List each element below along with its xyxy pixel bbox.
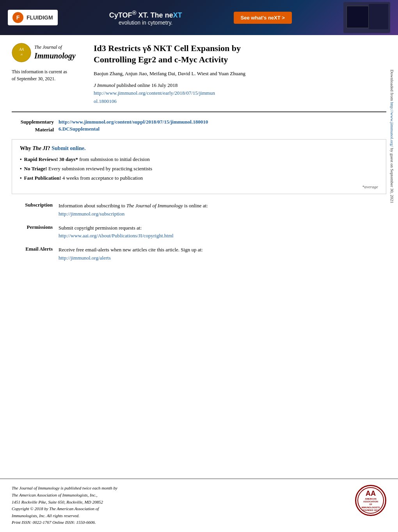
email-alerts-content: Receive free email-alerts when new artic… — [59, 246, 386, 262]
bullet-1: • — [20, 156, 22, 163]
see-next-button[interactable]: See what's neXT > — [234, 12, 292, 24]
journal-name-text: The Journal of Immunology — [34, 44, 76, 61]
cytof-title: CyTOF® XT. The neXT — [109, 9, 182, 19]
date-line1: This information is current as — [12, 69, 67, 74]
info-item-1-text: Rapid Reviews! 30 days* from submission … — [24, 156, 150, 163]
submit-online-link[interactable]: Submit online. — [52, 145, 85, 151]
info-item-2-text: No Triage! Every submission reviewed by … — [24, 166, 152, 172]
ad-device-image — [343, 2, 390, 33]
footer-line6: Print ISSN: 0022-1767 Online ISSN: 1550-… — [12, 520, 96, 525]
the-journal-label: The Journal of — [34, 44, 76, 51]
supplementary-label: Supplementary Material — [12, 118, 59, 133]
footer-line5: Immunologists, Inc. All rights reserved. — [12, 513, 80, 518]
supplementary-link[interactable]: http://www.jimmunol.org/content/suppl/20… — [59, 119, 208, 132]
permissions-content: Submit copyright permission requests at:… — [59, 224, 386, 240]
immunology-label: Immunology — [34, 51, 76, 61]
footer-line2: The American Association of Immunologist… — [12, 493, 98, 497]
sidebar-downloaded: Downloaded from http://www.jimmunol.org/… — [386, 78, 398, 195]
svg-text:AA: AA — [19, 47, 24, 51]
journal-reference: J Immunol published online 16 July 2018 … — [94, 81, 386, 106]
article-info: Id3 Restricts γδ NKT Cell Expansion by C… — [90, 43, 386, 106]
fluidigm-logo: F FLUIDIGM — [8, 10, 58, 25]
subscription-link[interactable]: http://jimmunol.org/subscription — [59, 210, 386, 218]
seal-inner: AA AMERICAN ASSOCIATIONOF IMMUNOLOGISTSF… — [357, 487, 384, 514]
ad-banner: F FLUIDIGM CyTOF® XT. The neXT evolution… — [0, 0, 398, 35]
page-footer: The Journal of Immunology is published t… — [0, 479, 398, 532]
why-label: Why — [20, 145, 32, 151]
permissions-label: Permissions — [12, 224, 59, 230]
svg-point-0 — [12, 43, 31, 62]
permissions-row: Permissions Submit copyright permission … — [12, 224, 386, 240]
footer-line3: 1451 Rockville Pike, Suite 650, Rockvill… — [12, 500, 103, 504]
rotated-text: Downloaded from http://www.jimmunol.org/… — [390, 70, 394, 203]
footer-line4: Copyright © 2018 by The American Associa… — [12, 506, 99, 511]
article-title: Id3 Restricts γδ NKT Cell Expansion by C… — [94, 43, 386, 65]
permissions-link[interactable]: http://www.aai.org/About/Publications/JI… — [59, 232, 386, 240]
supplementary-section: Supplementary Material http://www.jimmun… — [0, 118, 398, 133]
left-panel: AA JI The Journal of Immunology This inf… — [12, 43, 90, 106]
info-item-3: • Fast Publication! 4 weeks from accepta… — [20, 175, 378, 181]
journal-published: published online 16 July 2018 — [117, 82, 178, 88]
doi-link[interactable]: http://www.jimmunol.org/content/early/20… — [94, 90, 215, 104]
details-section: Subscription Information about subscribi… — [0, 202, 398, 262]
fluidigm-label: FLUIDIGM — [27, 14, 53, 21]
ji-label: The JI — [32, 145, 48, 151]
article-title-line1: Id3 Restricts γδ NKT Cell Expansion by — [94, 43, 241, 53]
footer-text: The Journal of Immunology is published t… — [12, 485, 117, 526]
info-item-1: • Rapid Reviews! 30 days* from submissio… — [20, 156, 378, 163]
seal-description: AMERICAN ASSOCIATIONOF IMMUNOLOGISTSFOUN… — [360, 498, 382, 512]
svg-text:JI: JI — [20, 53, 23, 56]
bullet-3: • — [20, 175, 22, 181]
article-title-line2: Controlling Egr2 and c-Myc Activity — [94, 55, 228, 64]
info-box: Why The JI? Submit online. • Rapid Revie… — [12, 139, 386, 194]
info-box-footnote: *average — [20, 184, 378, 189]
supplementary-link-container: http://www.jimmunol.org/content/suppl/20… — [59, 118, 208, 132]
supp-label-line1: Supplementary — [21, 119, 54, 125]
fluidigm-icon: F — [12, 12, 23, 23]
date-info: This information is current as of Septem… — [12, 68, 82, 82]
info-item-3-text: Fast Publication! 4 weeks from acceptanc… — [24, 175, 143, 181]
cytof-brand: CyTOF® XT. The neXT — [109, 11, 182, 19]
journal-logo: AA JI The Journal of Immunology — [12, 43, 82, 62]
info-box-title: Why The JI? Submit online. — [20, 145, 378, 152]
subscription-label: Subscription — [12, 202, 59, 208]
cytof-subtitle: evolution in cytometry. — [109, 19, 182, 26]
email-alerts-label: Email Alerts — [12, 246, 59, 252]
footer-line1: The Journal of Immunology is published t… — [12, 486, 117, 490]
ad-center-text: CyTOF® XT. The neXT evolution in cytomet… — [109, 9, 182, 26]
subscription-text: Information about subscribing to The Jou… — [59, 203, 208, 209]
bullet-2: • — [20, 166, 22, 172]
question-mark: ? — [48, 145, 52, 151]
journal-emblem: AA JI — [12, 43, 31, 62]
aai-seal: AA AMERICAN ASSOCIATIONOF IMMUNOLOGISTSF… — [355, 485, 386, 516]
section-divider — [12, 111, 386, 112]
jimmunol-sidebar-link[interactable]: http://www.jimmunol.org/ — [390, 102, 394, 147]
subscription-content: Information about subscribing to The Jou… — [59, 202, 386, 218]
main-content: AA JI The Journal of Immunology This inf… — [0, 35, 398, 106]
email-alerts-link[interactable]: http://jimmunol.org/alerts — [59, 254, 386, 262]
info-item-2: • No Triage! Every submission reviewed b… — [20, 166, 378, 172]
journal-ref-label: J Immunol — [94, 82, 115, 88]
permissions-text: Submit copyright permission requests at: — [59, 225, 142, 231]
supp-label-line2: Material — [35, 127, 54, 133]
seal-logo-text: AA — [366, 490, 376, 498]
email-alerts-row: Email Alerts Receive free email-alerts w… — [12, 246, 386, 262]
authors: Baojun Zhang, Anjun Jiao, Meifang Dai, D… — [94, 70, 386, 78]
date-line2: of September 30, 2021. — [12, 76, 55, 81]
subscription-row: Subscription Information about subscribi… — [12, 202, 386, 218]
email-alerts-text: Receive free email-alerts when new artic… — [59, 247, 203, 253]
